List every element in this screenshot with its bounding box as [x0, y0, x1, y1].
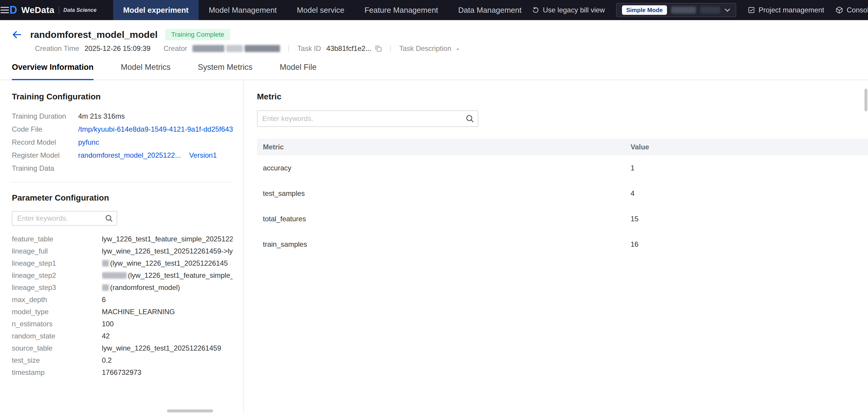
table-row: accuracy 1	[257, 155, 868, 181]
metric-name-cell: total_features	[257, 215, 630, 223]
nav-item-model-service[interactable]: Model service	[287, 0, 354, 20]
param-row: n_estimators 100	[12, 319, 233, 328]
param-row: lineage_full lyw_wine_1226_test1_2025122…	[12, 247, 233, 256]
tab-system-metrics[interactable]: System Metrics	[198, 63, 252, 80]
redacted-text	[102, 284, 109, 291]
topbar-right: Use legacy bill view Simple Mode Project…	[532, 3, 868, 17]
legacy-view-icon	[532, 6, 539, 14]
brand-name: WeData	[21, 5, 55, 15]
param-value: 0.2	[102, 356, 112, 365]
code-file-link[interactable]: /tmp/kyuubi-614e8da9-1549-4121-9a1f-dd25…	[78, 125, 233, 134]
param-row: source_table lyw_wine_1226_test1_2025122…	[12, 344, 233, 353]
param-label: max_depth	[12, 295, 102, 304]
table-row: train_samples 16	[257, 232, 868, 257]
task-description-value: -	[457, 44, 459, 53]
tab-bar: Overview Information Model Metrics Syste…	[0, 63, 868, 80]
parameter-config-title: Parameter Configuration	[12, 193, 233, 203]
metric-name-cell: accuracy	[257, 164, 630, 172]
metric-value-cell: 15	[630, 215, 868, 223]
param-label: lineage_full	[12, 247, 102, 256]
config-label: Register Model	[12, 151, 78, 160]
param-label: random_state	[12, 331, 102, 341]
legacy-bill-label: Use legacy bill view	[543, 6, 605, 14]
config-row: Register Model randomforest_model_202512…	[12, 151, 233, 160]
config-row: Record Model pyfunc	[12, 137, 233, 147]
parameter-search-input[interactable]	[12, 211, 117, 226]
column-header-metric: Metric	[257, 143, 630, 151]
account-selector[interactable]: Simple Mode	[616, 3, 736, 17]
param-row: random_state 42	[12, 331, 233, 341]
nav-item-data-management[interactable]: Data Management	[448, 0, 532, 20]
metric-value-cell: 1	[630, 164, 868, 172]
nav-item-model-management[interactable]: Model Management	[199, 0, 287, 20]
nav-item-model-experiment[interactable]: Model experiment	[113, 0, 199, 20]
metric-table-header: Metric Value	[257, 139, 868, 155]
divider	[390, 45, 391, 52]
task-description-label: Task Description	[399, 44, 451, 53]
param-value: 1766732973	[102, 368, 141, 377]
console-link[interactable]: Console	[835, 6, 868, 14]
search-icon[interactable]	[465, 114, 474, 123]
param-label: feature_table	[12, 234, 102, 244]
table-row: test_samples 4	[257, 181, 868, 206]
tab-overview-information[interactable]: Overview Information	[12, 63, 94, 80]
param-value: (lyw_wine_1226_test1_20251226145	[102, 259, 228, 268]
legacy-bill-link[interactable]: Use legacy bill view	[532, 6, 605, 14]
param-label: lineage_step3	[12, 283, 102, 292]
metric-search	[257, 110, 478, 127]
model-version-link[interactable]: Version1	[189, 151, 217, 160]
param-label: n_estimators	[12, 319, 102, 328]
redacted-account-text	[700, 6, 720, 13]
config-row: Code File /tmp/kyuubi-614e8da9-1549-4121…	[12, 125, 233, 134]
config-row: Training Duration 4m 21s 316ms	[12, 112, 233, 121]
back-button[interactable]	[12, 29, 23, 40]
tab-model-metrics[interactable]: Model Metrics	[121, 63, 170, 80]
config-label: Record Model	[12, 137, 78, 147]
search-icon[interactable]	[105, 214, 113, 222]
redacted-text	[102, 260, 109, 266]
task-id-label: Task ID	[297, 44, 321, 53]
param-value: 42	[102, 331, 110, 341]
creation-time-value: 2025-12-26 15:09:39	[84, 44, 150, 53]
project-management-link[interactable]: Project management	[747, 6, 824, 14]
metric-name-cell: train_samples	[257, 240, 630, 249]
brand-logo[interactable]: D WeData Data Science	[9, 5, 96, 15]
redacted-account-text	[671, 6, 696, 13]
menu-icon[interactable]	[0, 0, 9, 20]
param-row: lineage_step3 (randomforest_model)	[12, 283, 233, 292]
param-label: timestamp	[12, 368, 102, 377]
console-icon	[835, 6, 843, 14]
param-value: (lyw_1226_test1_feature_simple_2	[102, 271, 233, 280]
tab-model-file[interactable]: Model File	[280, 63, 317, 80]
column-header-value: Value	[630, 143, 868, 151]
register-model-link[interactable]: randomforest_model_2025122...	[78, 151, 181, 160]
metric-table: Metric Value accuracy 1 test_samples 4 t…	[257, 139, 868, 257]
vertical-scrollbar[interactable]	[864, 89, 867, 111]
nav-item-feature-management[interactable]: Feature Management	[354, 0, 448, 20]
top-nav: Model experiment Model Management Model …	[113, 0, 532, 20]
record-model-link[interactable]: pyfunc	[78, 137, 99, 147]
page-title: randomforest_model_model	[30, 29, 157, 40]
param-row: timestamp 1766732973	[12, 368, 233, 377]
horizontal-scrollbar[interactable]	[167, 409, 213, 412]
param-value: (randomforest_model)	[102, 283, 180, 292]
param-label: model_type	[12, 307, 102, 316]
brand-subtitle: Data Science	[63, 7, 96, 13]
metric-name-cell: test_samples	[257, 189, 630, 198]
wedata-logo-icon: D	[9, 5, 17, 15]
param-row: test_size 0.2	[12, 356, 233, 365]
metric-search-input[interactable]	[257, 110, 478, 127]
config-label: Training Duration	[12, 112, 78, 121]
config-value: 4m 21s 316ms	[78, 112, 125, 121]
page-header: randomforest_model_model Training Comple…	[0, 20, 868, 53]
param-label: source_table	[12, 344, 102, 353]
metric-value-cell: 4	[630, 189, 868, 198]
param-label: lineage_step2	[12, 271, 102, 280]
main-content: Training Configuration Training Duration…	[0, 80, 868, 413]
param-row: model_type MACHINE_LEARNING	[12, 307, 233, 316]
parameter-search	[12, 211, 117, 226]
topbar: D WeData Data Science Model experiment M…	[0, 0, 868, 20]
copy-icon[interactable]	[375, 45, 382, 52]
divider	[288, 45, 289, 52]
config-label: Code File	[12, 125, 78, 134]
